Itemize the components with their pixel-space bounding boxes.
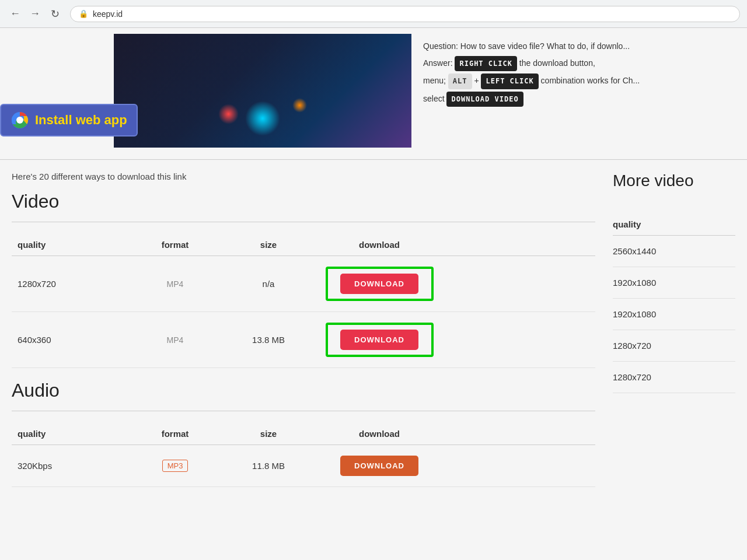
- answer-mid: the download button,: [519, 58, 595, 68]
- header-download: download: [315, 240, 444, 250]
- audio-divider: [12, 411, 595, 411]
- select-text: select DOWNLOAD VIDEO: [423, 92, 735, 107]
- list-item: 2560x1440: [613, 236, 735, 267]
- main-content: Here's 20 different ways to download thi…: [0, 172, 747, 487]
- highlight-box-2: DOWNLOAD: [326, 323, 434, 357]
- download-cell: DOWNLOAD: [315, 267, 444, 301]
- quality-cell: 1280x720: [12, 279, 128, 289]
- header-quality: quality: [12, 240, 128, 250]
- plus-sign: +: [474, 76, 479, 85]
- list-item: 1920x1080: [613, 299, 735, 330]
- download-button-360[interactable]: DOWNLOAD: [340, 330, 418, 350]
- download-cell: DOWNLOAD: [315, 456, 444, 476]
- quality-cell: 640x360: [12, 335, 128, 345]
- format-cell: MP4: [128, 335, 222, 345]
- install-web-app-banner[interactable]: Install web app: [0, 104, 138, 136]
- table-row: 640x360 MP4 13.8 MB DOWNLOAD: [12, 312, 595, 368]
- audio-table-header: quality format size download: [12, 423, 595, 445]
- right-quality-header: quality: [613, 219, 735, 236]
- left-section: Here's 20 different ways to download thi…: [12, 172, 595, 487]
- forward-button[interactable]: →: [27, 6, 43, 22]
- mp3-format-label: MP3: [162, 460, 189, 472]
- question-text: Question: How to save video file? What t…: [423, 40, 735, 54]
- download-cell: DOWNLOAD: [315, 323, 444, 357]
- video-section-title: Video: [12, 191, 595, 212]
- format-cell: MP3: [128, 460, 222, 472]
- right-section: More video quality 2560x1440 1920x1080 1…: [595, 172, 735, 487]
- table-row: 1280x720 MP4 n/a DOWNLOAD: [12, 256, 595, 312]
- download-button-720[interactable]: DOWNLOAD: [340, 274, 418, 294]
- header-size: size: [222, 240, 315, 250]
- section-intro: Here's 20 different ways to download thi…: [12, 172, 595, 181]
- back-button[interactable]: ←: [7, 6, 23, 22]
- header-format: format: [128, 240, 222, 250]
- size-cell: 11.8 MB: [222, 461, 315, 471]
- format-label: MP4: [167, 279, 184, 289]
- audio-header-size: size: [222, 429, 315, 439]
- list-item: 1280x720: [613, 362, 735, 393]
- audio-section-title: Audio: [12, 380, 595, 401]
- size-cell: n/a: [222, 279, 315, 289]
- alt-combo-text: menu; ALT + LEFT CLICK combination works…: [423, 74, 735, 89]
- quality-cell: 320Kbps: [12, 461, 128, 471]
- audio-header-quality: quality: [12, 429, 128, 439]
- info-section: Question: How to save video file? What t…: [411, 34, 747, 148]
- left-click-kbd: LEFT CLICK: [481, 74, 538, 89]
- more-video-title: More video: [613, 172, 735, 190]
- decorative-dot: [292, 98, 307, 113]
- top-divider: [0, 159, 747, 160]
- url-text: keepv.id: [93, 9, 123, 19]
- audio-header-download: download: [315, 429, 444, 439]
- menu-label: menu;: [423, 76, 446, 85]
- list-item: 1920x1080: [613, 267, 735, 299]
- browser-chrome: ← → ↻ 🔒 keepv.id: [0, 0, 747, 28]
- video-table-header: quality format size download: [12, 234, 595, 256]
- audio-header-format: format: [128, 429, 222, 439]
- nav-buttons: ← → ↻: [7, 6, 63, 22]
- download-button-audio[interactable]: DOWNLOAD: [340, 456, 418, 476]
- answer-prefix: Answer:: [423, 58, 453, 68]
- page-content: Install web app Question: How to save vi…: [0, 28, 747, 560]
- table-row: 320Kbps MP3 11.8 MB DOWNLOAD: [12, 445, 595, 487]
- highlight-box: DOWNLOAD: [326, 267, 434, 301]
- list-item: 1280x720: [613, 330, 735, 362]
- format-label: MP4: [167, 335, 184, 345]
- right-quality-list: 2560x1440 1920x1080 1920x1080 1280x720 1…: [613, 236, 735, 393]
- video-thumbnail: [114, 34, 411, 148]
- alt-kbd: ALT: [448, 74, 472, 89]
- right-click-kbd: RIGHT CLICK: [455, 56, 516, 71]
- answer-text: Answer: RIGHT CLICK the download button,: [423, 56, 735, 71]
- chrome-logo-icon: [11, 111, 29, 130]
- svg-point-2: [17, 117, 23, 123]
- question-label: Question: How to save video file? What t…: [423, 41, 630, 51]
- video-divider: [12, 222, 595, 222]
- address-bar[interactable]: 🔒 keepv.id: [70, 6, 740, 22]
- download-video-kbd: DOWNLOAD VIDEO: [446, 92, 523, 107]
- refresh-button[interactable]: ↻: [47, 6, 63, 22]
- format-cell: MP4: [128, 279, 222, 289]
- select-prefix: select: [423, 94, 445, 103]
- lock-icon: 🔒: [79, 9, 88, 18]
- combo-text: combination works for Ch...: [541, 76, 640, 85]
- size-cell: 13.8 MB: [222, 335, 315, 345]
- install-banner-text: Install web app: [35, 113, 127, 128]
